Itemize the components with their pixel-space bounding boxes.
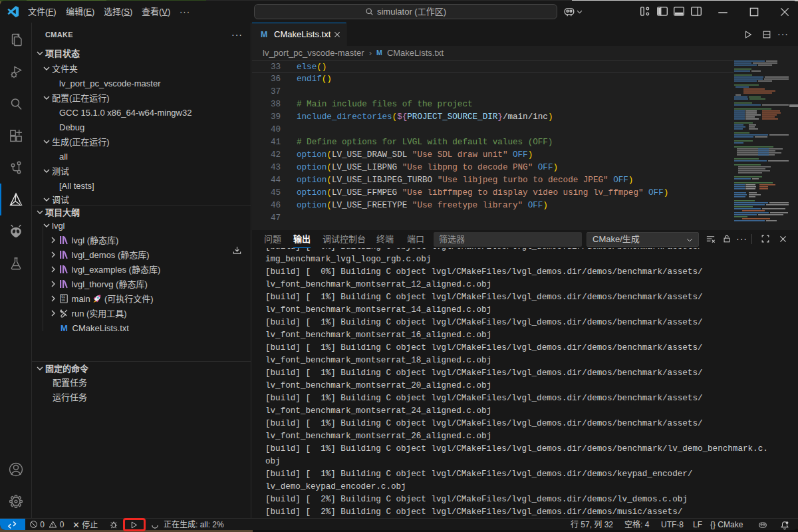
svg-text:M: M — [261, 30, 267, 39]
svg-text:10: 10 — [61, 299, 65, 302]
svg-text:M: M — [376, 49, 382, 57]
svg-text:M: M — [61, 323, 68, 333]
